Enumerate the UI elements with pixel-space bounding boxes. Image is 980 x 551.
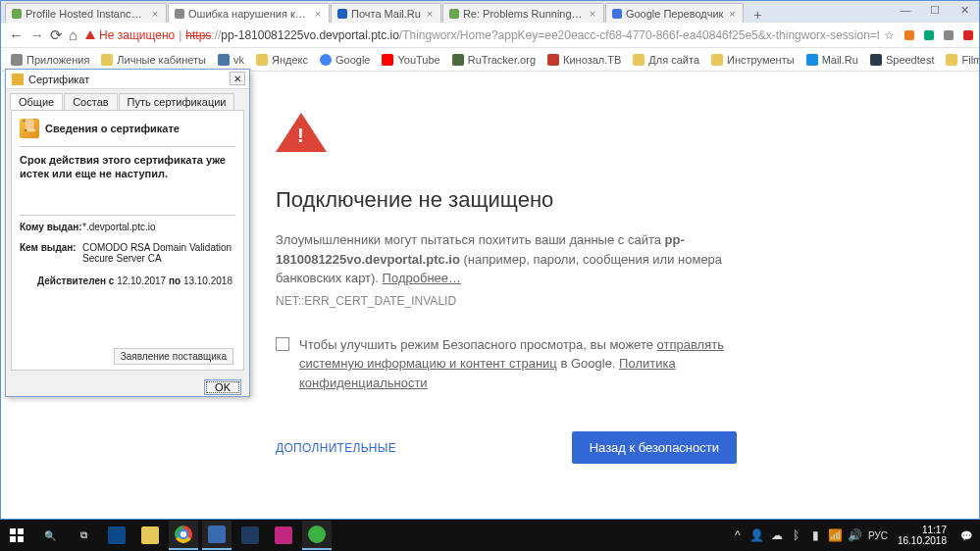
cert-tab-path[interactable]: Путь сертификации — [119, 93, 235, 110]
taskbar-app[interactable] — [235, 521, 265, 550]
ok-button[interactable]: OK — [204, 379, 241, 395]
back-to-safety-button[interactable]: Назад к безопасности — [572, 431, 737, 464]
start-button[interactable] — [2, 521, 31, 550]
cert-info-icon — [20, 119, 39, 138]
close-icon[interactable]: × — [313, 9, 323, 19]
favicon — [449, 9, 459, 19]
cert-error-text: Срок действия этого сертификата уже исте… — [20, 153, 235, 181]
tray-overflow[interactable]: ^ — [731, 528, 745, 542]
bookmark[interactable]: Инструменты — [711, 54, 795, 66]
people-icon[interactable]: 👤 — [750, 528, 764, 542]
improve-text: Чтобы улучшить режим Безопасного просмот… — [299, 335, 737, 393]
dialog-close-button[interactable]: ✕ — [230, 72, 245, 85]
taskbar-app[interactable] — [102, 521, 131, 550]
close-icon[interactable]: × — [150, 9, 160, 19]
taskbar-app[interactable] — [135, 521, 165, 550]
warning-text: Злоумышленники могут пытаться похитить в… — [276, 230, 737, 288]
clock[interactable]: 11:17 16.10.2018 — [894, 525, 951, 546]
task-view-button[interactable]: ⧉ — [69, 521, 98, 550]
certificate-dialog: Сертификат ✕ Общие Состав Путь сертифика… — [5, 69, 250, 397]
bookmark[interactable]: Films — [946, 54, 980, 66]
bookmark[interactable]: Личные кабинеты — [101, 54, 206, 66]
taskbar-app[interactable] — [302, 521, 332, 550]
svg-rect-4 — [18, 536, 24, 542]
window-minimize[interactable]: — — [891, 1, 920, 19]
dialog-title: Сертификат — [28, 74, 89, 85]
tab-1[interactable]: Ошибка нарушения конфиденциал× — [168, 3, 330, 23]
taskbar: 🔍 ⧉ ^ 👤 ☁ ᛒ ▮ 📶 🔊 РУС 11:17 16.10.2018 💬 — [0, 520, 980, 551]
window-close[interactable]: ✕ — [950, 1, 979, 19]
bookmark[interactable]: RuTracker.org — [452, 54, 536, 66]
svg-rect-1 — [10, 528, 16, 534]
nav-back[interactable]: ← — [9, 26, 24, 44]
cert-info-heading: Сведения о сертификате — [45, 123, 180, 134]
tab-strip: Profile Hosted Instances | Develo× Ошибк… — [1, 1, 979, 23]
nav-home[interactable]: ⌂ — [69, 26, 77, 44]
bookmark[interactable]: Mail.Ru — [806, 54, 858, 66]
tab-2[interactable]: Почта Mail.Ru× — [331, 3, 441, 23]
notifications-icon[interactable]: 💬 — [956, 526, 976, 545]
favicon — [612, 9, 622, 19]
close-icon[interactable]: × — [727, 9, 737, 19]
bookmark[interactable]: Speedtest — [870, 54, 935, 66]
ext-icon[interactable] — [942, 28, 955, 42]
cert-tab-details[interactable]: Состав — [64, 93, 117, 110]
ext-icon[interactable] — [922, 28, 936, 42]
insecure-icon — [85, 30, 95, 39]
address-bar[interactable]: Не защищено | https://pp-1810081225vo.de… — [83, 25, 980, 45]
tab-0[interactable]: Profile Hosted Instances | Develo× — [5, 3, 167, 23]
bookmark[interactable]: YouTube — [382, 54, 439, 66]
svg-rect-3 — [10, 536, 16, 542]
warning-heading: Подключение не защищено — [276, 187, 737, 213]
favicon — [337, 9, 347, 19]
advanced-button[interactable]: ДОПОЛНИТЕЛЬНЫЕ — [276, 441, 396, 455]
improve-checkbox[interactable] — [276, 337, 289, 351]
learn-more-link[interactable]: Подробнее… — [383, 271, 461, 285]
taskbar-app[interactable] — [202, 521, 232, 550]
url-text: https://pp-1810081225vo.devportal.ptc.io… — [185, 28, 878, 42]
bookmark[interactable]: Яндекс — [256, 54, 308, 66]
bookmark[interactable]: vk — [218, 54, 244, 66]
taskbar-app[interactable] — [269, 521, 298, 550]
taskbar-chrome[interactable] — [169, 521, 198, 550]
close-icon[interactable]: × — [425, 9, 435, 19]
cert-tab-general[interactable]: Общие — [10, 93, 63, 110]
issued-by-value: COMODO RSA Domain Validation Secure Serv… — [82, 242, 235, 264]
bookmark-apps[interactable]: Приложения — [11, 54, 89, 66]
issuer-statement-button[interactable]: Заявление поставщика — [114, 348, 233, 365]
tab-4[interactable]: Google Переводчик× — [605, 3, 745, 23]
window-maximize[interactable]: ☐ — [920, 1, 950, 19]
new-tab-button[interactable]: + — [748, 7, 766, 23]
favicon — [175, 9, 184, 19]
svg-rect-2 — [18, 528, 24, 534]
ext-icon[interactable] — [961, 28, 975, 42]
wifi-icon[interactable]: 📶 — [829, 528, 843, 542]
ext-icon[interactable] — [903, 28, 916, 42]
volume-icon[interactable]: 🔊 — [849, 528, 862, 542]
tab-3[interactable]: Re: Problems Running ThingWor× — [442, 3, 604, 23]
nav-reload[interactable]: ⟳ — [50, 26, 63, 44]
close-icon[interactable]: × — [588, 9, 597, 19]
bookmark[interactable]: Для сайта — [633, 54, 699, 66]
nav-bar: ← → ⟳ ⌂ Не защищено | https://pp-1810081… — [1, 23, 979, 48]
bluetooth-icon[interactable]: ᛒ — [790, 528, 803, 542]
star-icon[interactable]: ☆ — [883, 28, 897, 42]
search-button[interactable]: 🔍 — [35, 521, 65, 550]
error-code: NET::ERR_CERT_DATE_INVALID — [276, 294, 737, 308]
tray-icon[interactable]: ☁ — [770, 528, 784, 542]
bookmark[interactable]: Google — [320, 54, 370, 66]
insecure-label: Не защищено — [99, 28, 175, 42]
warning-triangle-icon — [276, 113, 321, 152]
bookmark[interactable]: Кинозал.ТВ — [547, 54, 621, 66]
svg-rect-0 — [12, 74, 24, 85]
nav-forward[interactable]: → — [29, 26, 44, 44]
dialog-title-bar[interactable]: Сертификат ✕ — [6, 70, 249, 89]
battery-icon[interactable]: ▮ — [809, 528, 823, 542]
favicon — [12, 9, 22, 19]
lang-indicator[interactable]: РУС — [868, 528, 888, 542]
validity-text: Действителен с 12.10.2017 по 13.10.2018 — [20, 276, 235, 286]
cert-icon — [12, 74, 24, 85]
issued-to-value: *.devportal.ptc.io — [82, 222, 235, 232]
